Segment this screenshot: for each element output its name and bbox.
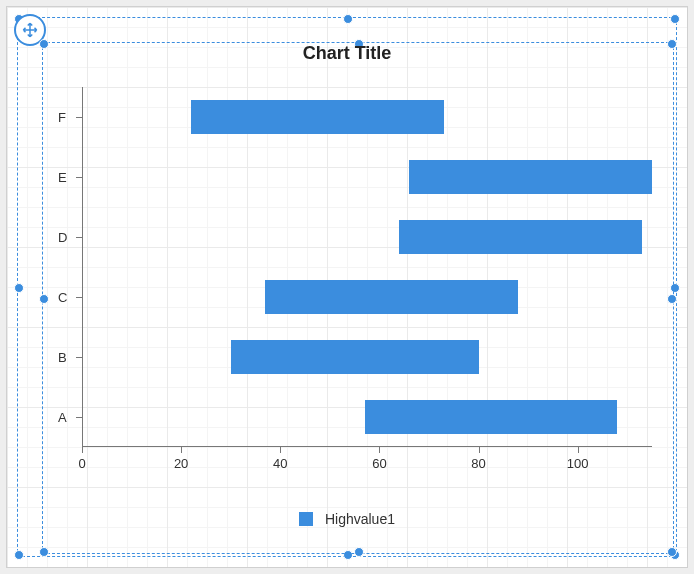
x-tick-label: 100: [567, 456, 589, 471]
bar-B[interactable]: [231, 340, 479, 374]
design-surface[interactable]: Chart Title 020406080100FEDCBA Highvalue…: [6, 6, 688, 568]
plot-area[interactable]: 020406080100FEDCBA: [82, 87, 652, 447]
bar-C[interactable]: [265, 280, 518, 314]
x-axis: [82, 446, 652, 447]
bar-E[interactable]: [409, 160, 652, 194]
inner-handle-mr[interactable]: [667, 294, 677, 304]
bar-D[interactable]: [399, 220, 642, 254]
x-tick: [578, 447, 579, 453]
x-tick: [82, 447, 83, 453]
y-tick-label: A: [58, 410, 67, 425]
y-tick-label: E: [58, 170, 67, 185]
y-tick-label: B: [58, 350, 67, 365]
x-tick-label: 60: [372, 456, 386, 471]
resize-handle-ml[interactable]: [14, 283, 24, 293]
x-tick-label: 0: [78, 456, 85, 471]
x-tick-label: 40: [273, 456, 287, 471]
x-tick-label: 80: [471, 456, 485, 471]
resize-handle-tr[interactable]: [670, 14, 680, 24]
y-tick: [76, 177, 82, 178]
inner-handle-bm[interactable]: [354, 547, 364, 557]
legend[interactable]: Highvalue1: [7, 510, 687, 527]
y-tick-label: C: [58, 290, 67, 305]
y-tick: [76, 237, 82, 238]
chart-title[interactable]: Chart Title: [7, 43, 687, 64]
resize-handle-tm[interactable]: [343, 14, 353, 24]
x-tick: [181, 447, 182, 453]
inner-handle-bl[interactable]: [39, 547, 49, 557]
bar-F[interactable]: [191, 100, 444, 134]
inner-handle-br[interactable]: [667, 547, 677, 557]
y-tick: [76, 357, 82, 358]
x-tick-label: 20: [174, 456, 188, 471]
legend-label: Highvalue1: [325, 511, 395, 527]
y-tick: [76, 297, 82, 298]
legend-swatch: [299, 512, 313, 526]
y-tick-label: F: [58, 110, 66, 125]
x-tick: [280, 447, 281, 453]
x-tick: [379, 447, 380, 453]
x-tick: [479, 447, 480, 453]
y-tick: [76, 417, 82, 418]
resize-handle-bl[interactable]: [14, 550, 24, 560]
y-tick-label: D: [58, 230, 67, 245]
inner-handle-ml[interactable]: [39, 294, 49, 304]
y-axis: [82, 87, 83, 447]
bar-A[interactable]: [365, 400, 618, 434]
y-tick: [76, 117, 82, 118]
